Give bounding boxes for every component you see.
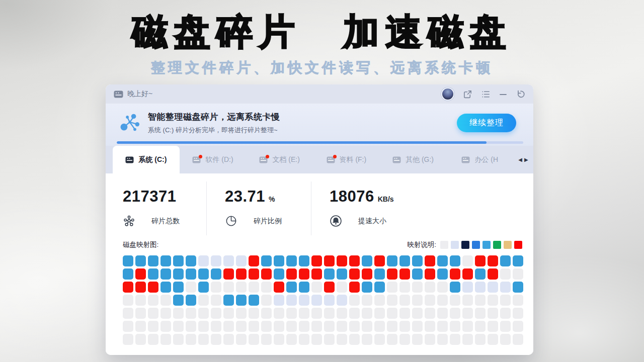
disk-map-cell <box>299 308 309 319</box>
disk-map-cell <box>160 295 171 306</box>
scroll-left-arrow[interactable]: ◀ <box>518 157 522 162</box>
disk-map-cell <box>261 334 272 345</box>
speedup-unit: KB/s <box>378 195 394 203</box>
stats-row: 217371 碎片总数 23.71 % <box>123 182 523 235</box>
menu-list-icon[interactable] <box>481 89 491 99</box>
disk-map-cell <box>324 321 335 332</box>
disk-map-cell <box>475 321 486 332</box>
disk-map-cell <box>462 255 473 266</box>
disk-map-cell <box>261 321 272 332</box>
disk-map-cell <box>311 268 322 280</box>
disk-map-cell <box>362 282 372 293</box>
disk-map-cell <box>123 255 133 266</box>
avatar[interactable] <box>441 87 454 101</box>
disk-map-cell <box>123 321 133 332</box>
disk-map-cell <box>399 321 410 332</box>
bell-icon <box>330 215 342 227</box>
disk-map-cell <box>249 268 259 280</box>
disk-map-cell <box>135 334 146 345</box>
disk-map-cell <box>261 295 272 306</box>
red-badge <box>199 155 202 158</box>
disk-map-cell <box>513 334 523 345</box>
tab-data-f[interactable]: 资料 (F:) <box>313 146 380 173</box>
disk-map-cell <box>349 282 360 293</box>
tab-docs-e[interactable]: 文档 (E:) <box>246 146 313 173</box>
tab-label: 软件 (D:) <box>205 155 233 164</box>
greeting-text: 晚上好~ <box>127 89 152 99</box>
fragment-ratio-label: 碎片比例 <box>254 217 282 226</box>
drive-icon <box>192 156 201 163</box>
legend-swatch <box>472 241 480 249</box>
disk-map-cell <box>148 308 158 319</box>
legend-swatch <box>493 241 501 249</box>
disk-map-cell <box>488 295 498 306</box>
disk-map-cell <box>135 268 146 280</box>
disk-map-cell <box>399 282 410 293</box>
disk-map-cell <box>261 268 272 280</box>
disk-map-cell <box>387 255 397 266</box>
disk-map-cell <box>123 334 133 345</box>
legend-swatch <box>514 241 522 249</box>
disk-map-cell <box>198 308 209 319</box>
disk-map-cell <box>223 255 234 266</box>
disk-map-cell <box>249 255 259 266</box>
disk-map-cell <box>160 308 171 319</box>
disk-map-cell <box>173 308 184 319</box>
drive-icon <box>259 156 268 163</box>
fragment-ratio-value: 23.71 <box>225 188 265 206</box>
speedup-value: 18076 <box>330 188 374 206</box>
disk-map-cell <box>349 321 360 332</box>
disk-map-cell <box>399 308 410 319</box>
disk-map-cell <box>475 282 486 293</box>
disk-map-cell <box>374 308 385 319</box>
fragment-count-value: 217371 <box>123 188 176 206</box>
disk-map-cell <box>274 295 284 306</box>
disk-map-cell <box>500 308 511 319</box>
fragments-cluster-icon <box>118 110 141 135</box>
disk-map-cell <box>274 308 284 319</box>
share-icon[interactable] <box>463 89 472 99</box>
disk-icon <box>114 90 123 98</box>
continue-defrag-button[interactable]: 继续整理 <box>457 114 516 132</box>
tab-other-g[interactable]: 其他 (G:) <box>380 146 447 173</box>
tab-system-c[interactable]: 系统 (C:) <box>113 146 180 173</box>
disk-map-cell <box>286 282 297 293</box>
disk-map-cell <box>337 282 347 293</box>
tab-bar: 系统 (C:) 软件 (D:) 文档 (E:) 资料 (F:) 其他 (G:) … <box>106 146 533 173</box>
fragments-icon <box>123 215 135 227</box>
minimize-icon[interactable] <box>499 90 507 98</box>
disk-map-cell <box>148 295 158 306</box>
speedup-label: 提速大小 <box>358 217 386 226</box>
disk-map-cell <box>462 334 473 345</box>
disk-map-cell <box>286 268 297 280</box>
disk-map-cell <box>123 308 133 319</box>
disk-map-cell <box>186 308 196 319</box>
disk-map-cell <box>450 321 460 332</box>
disk-map-cell <box>337 321 347 332</box>
disk-map-cell <box>513 282 523 293</box>
disk-map-cell <box>173 268 184 280</box>
disk-map-cell <box>450 295 460 306</box>
scroll-right-arrow[interactable]: ▶ <box>524 157 528 162</box>
disk-map-cell <box>462 321 473 332</box>
disk-map-cell <box>425 282 435 293</box>
legend-swatch <box>440 241 448 249</box>
disk-map-cell <box>299 255 309 266</box>
disk-map-cell <box>148 268 158 280</box>
disk-map-cell <box>450 268 460 280</box>
tab-office-h[interactable]: 办公 (H <box>446 146 513 173</box>
stat-fragment-ratio: 23.71 % 碎片比例 <box>206 182 311 235</box>
tab-software-d[interactable]: 软件 (D:) <box>180 146 247 173</box>
disk-map-cell <box>249 295 259 306</box>
disk-map-cell <box>462 282 473 293</box>
disk-map-cell <box>186 321 196 332</box>
disk-map-cell <box>475 308 486 319</box>
disk-map-cell <box>160 268 171 280</box>
disk-map-cell <box>425 334 435 345</box>
disk-map-cell <box>399 255 410 266</box>
page-subtitle: 整理文件碎片、加快文件读写、远离系统卡顿 <box>0 58 644 77</box>
undo-hide-icon[interactable] <box>516 89 525 99</box>
disk-map-cell <box>236 334 247 345</box>
disk-map-cell <box>311 321 322 332</box>
legend-label: 映射说明: <box>407 240 436 249</box>
